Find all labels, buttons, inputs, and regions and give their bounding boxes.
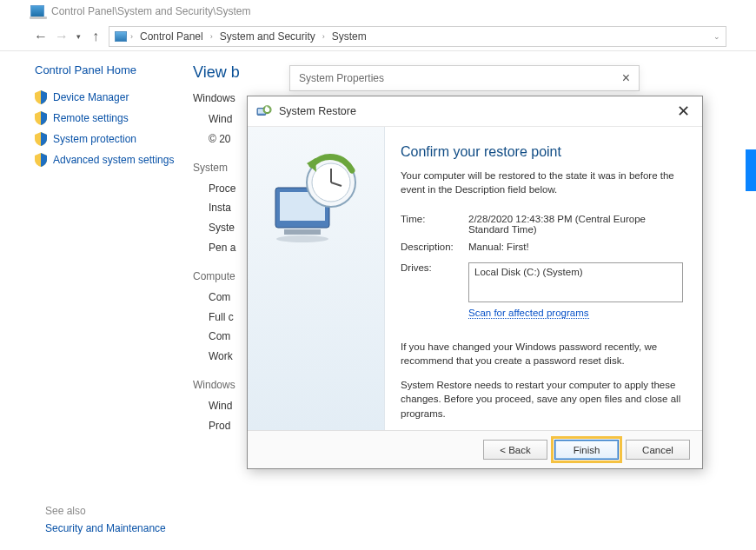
wizard-body: Confirm your restore point Your computer… — [248, 127, 702, 430]
windows-logo-edge — [746, 149, 756, 191]
security-maintenance-link[interactable]: Security and Maintenance — [45, 522, 166, 534]
window-titlebar: Control Panel\System and Security\System — [0, 0, 756, 23]
drives-label: Drives: — [401, 262, 468, 302]
svg-point-6 — [276, 235, 328, 242]
see-also-label: See also — [45, 505, 86, 517]
restore-icon — [256, 104, 272, 118]
back-button[interactable]: < Back — [483, 440, 547, 460]
shield-icon — [35, 90, 47, 104]
close-icon[interactable]: × — [622, 70, 630, 86]
nav-row: ← → ▾ ↑ › Control Panel › System and Sec… — [0, 23, 756, 50]
breadcrumb-item[interactable]: System — [328, 30, 370, 43]
cancel-button[interactable]: Cancel — [626, 440, 690, 460]
wizard-heading: Confirm your restore point — [401, 144, 683, 160]
breadcrumb-item[interactable]: System and Security — [216, 30, 319, 43]
shield-icon — [35, 111, 47, 125]
wizard-footer: < Back Finish Cancel — [248, 430, 702, 468]
sidebar-item-device-manager[interactable]: Device Manager — [35, 90, 193, 104]
sidebar-item-remote-settings[interactable]: Remote settings — [35, 111, 193, 125]
left-nav: Control Panel Home Device Manager Remote… — [0, 63, 193, 436]
description-value: Manual: First! — [468, 242, 683, 252]
computer-icon — [30, 5, 44, 17]
drive-item: Local Disk (C:) (System) — [474, 267, 583, 277]
description-label: Description: — [401, 242, 468, 252]
sidebar-item-system-protection[interactable]: System protection — [35, 132, 193, 146]
chevron-down-icon[interactable]: ⌄ — [713, 32, 720, 41]
restore-computer-icon — [269, 153, 364, 248]
sidebar-item-label[interactable]: Remote settings — [53, 112, 129, 124]
scan-affected-programs-link[interactable]: Scan for affected programs — [468, 308, 589, 319]
svg-rect-5 — [284, 229, 321, 235]
back-button[interactable]: ← — [33, 29, 49, 44]
password-warning-text: If you have changed your Windows passwor… — [401, 340, 683, 368]
restart-warning-text: System Restore needs to restart your com… — [401, 378, 683, 420]
sidebar-item-label[interactable]: Device Manager — [53, 91, 129, 103]
dialog-title: System Properties — [299, 72, 384, 84]
computer-icon — [115, 31, 127, 42]
up-button[interactable]: ↑ — [88, 29, 103, 44]
control-panel-home-link[interactable]: Control Panel Home — [35, 63, 193, 76]
chevron-right-icon[interactable]: › — [322, 32, 325, 41]
system-properties-dialog: System Properties × — [289, 65, 640, 91]
sidebar-item-advanced-settings[interactable]: Advanced system settings — [35, 153, 193, 167]
window-title-path: Control Panel\System and Security\System — [51, 5, 250, 17]
shield-icon — [35, 132, 47, 146]
wizard-title: System Restore — [279, 105, 666, 117]
close-icon[interactable]: ✕ — [673, 102, 693, 121]
breadcrumb-item[interactable]: Control Panel — [136, 30, 207, 43]
system-restore-wizard: System Restore ✕ Confirm your restore po… — [247, 96, 703, 469]
finish-button[interactable]: Finish — [554, 440, 619, 460]
time-label: Time: — [401, 214, 468, 235]
wizard-sidebar-graphic — [248, 127, 385, 430]
drives-list[interactable]: Local Disk (C:) (System) — [468, 262, 683, 302]
sidebar-item-label[interactable]: Advanced system settings — [53, 154, 174, 166]
sidebar-item-label[interactable]: System protection — [53, 133, 136, 145]
forward-button[interactable]: → — [54, 29, 70, 44]
wizard-titlebar[interactable]: System Restore ✕ — [248, 96, 702, 127]
chevron-right-icon[interactable]: › — [130, 32, 133, 41]
shield-icon — [35, 153, 47, 167]
address-bar[interactable]: › Control Panel › System and Security › … — [109, 26, 726, 47]
time-value: 2/28/2020 12:43:38 PM (Central Europe St… — [468, 214, 683, 235]
wizard-description: Your computer will be restored to the st… — [401, 169, 683, 196]
history-dropdown[interactable]: ▾ — [76, 32, 81, 41]
wizard-content: Confirm your restore point Your computer… — [385, 127, 702, 430]
chevron-right-icon[interactable]: › — [210, 32, 213, 41]
